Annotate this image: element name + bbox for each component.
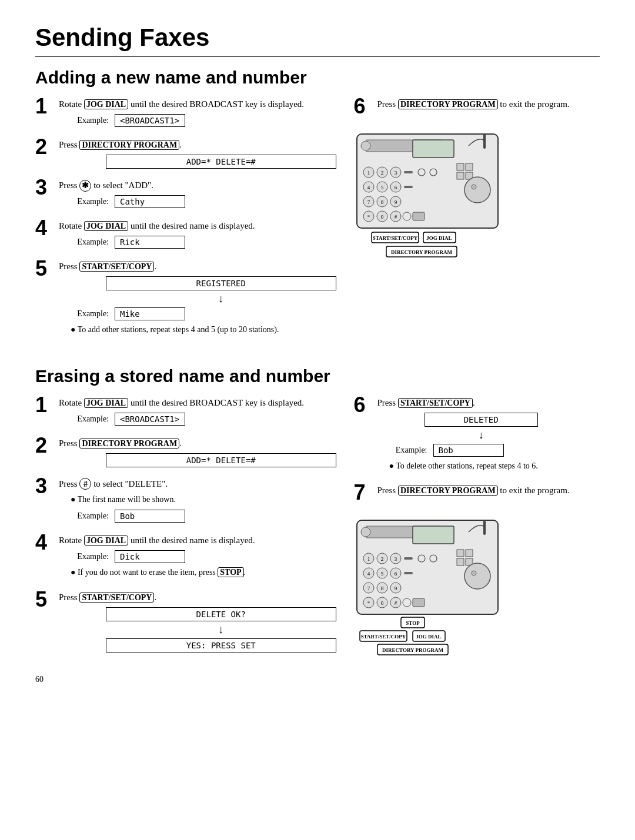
erase-start-set-6: START/SET/COPY <box>398 398 473 408</box>
erase-step-6-display: DELETED <box>425 413 538 427</box>
step-6-text: Press DIRECTORY PROGRAM to exit the prog… <box>377 98 570 111</box>
device-illustration-2: 1 2 3 4 5 6 <box>354 517 507 661</box>
erase-step-6-bullet: ● To delete other stations, repeat steps… <box>389 460 538 472</box>
erase-step-6-content: Press START/SET/COPY. DELETED ↓ Example:… <box>377 397 538 477</box>
erase-step-6: 6 Press START/SET/COPY. DELETED ↓ Exampl… <box>354 397 538 477</box>
erase-step-4-example-label: Example: <box>71 552 109 561</box>
erase-step-4-example-value: Dick <box>115 550 185 563</box>
step-3-content: Press ✱ to select "ADD". Example: Cathy <box>59 179 336 212</box>
erase-step-4-bullet: ● If you do not want to erase the item, … <box>71 567 336 578</box>
svg-text:DIRECTORY PROGRAM: DIRECTORY PROGRAM <box>382 647 443 653</box>
step-2-display: ADD=* DELETE=# <box>106 155 336 169</box>
svg-text:4: 4 <box>367 571 370 577</box>
page-title: Sending Faxes <box>35 24 600 52</box>
device-svg-2: 1 2 3 4 5 6 <box>354 517 501 658</box>
svg-text:7: 7 <box>367 199 370 205</box>
svg-rect-4 <box>483 134 486 149</box>
erase-step-number-7: 7 <box>354 482 377 503</box>
erase-step-3-example: Example: Bob <box>71 510 336 523</box>
svg-point-26 <box>472 185 476 189</box>
step-2-text: Press DIRECTORY PROGRAM. <box>59 139 336 151</box>
svg-text:8: 8 <box>380 585 383 591</box>
erase-dir-prog-2: DIRECTORY PROGRAM <box>79 439 179 449</box>
step-4-example-value: Rick <box>115 236 185 249</box>
step-1: 1 Rotate JOG DIAL until the desired BROA… <box>35 98 336 130</box>
step-number-3: 3 <box>35 177 59 198</box>
svg-rect-14 <box>457 163 464 170</box>
svg-rect-87 <box>413 598 425 607</box>
erase-step-2-content: Press DIRECTORY PROGRAM. ADD=* DELETE=# <box>59 437 336 470</box>
svg-point-72 <box>464 563 490 589</box>
section2-title: Erasing a stored name and number <box>35 366 600 386</box>
erase-step-5-arrow: ↓ <box>106 624 336 636</box>
svg-text:DIRECTORY PROGRAM: DIRECTORY PROGRAM <box>391 249 452 255</box>
svg-rect-24 <box>404 186 413 188</box>
erase-step-number-1: 1 <box>35 394 59 416</box>
hash-key: # <box>79 478 91 490</box>
svg-rect-3 <box>413 140 454 158</box>
erase-step-6-text: Press START/SET/COPY. <box>377 397 538 409</box>
svg-rect-16 <box>457 172 464 179</box>
device-svg-1: 1 2 3 4 5 6 <box>354 131 501 260</box>
step-5-bullet: ● To add other stations, repeat steps 4 … <box>71 324 336 336</box>
erase-step-3-content: Press # to select "DELETE". ● The first … <box>59 478 336 527</box>
jog-dial-key-1: JOG DIAL <box>84 99 128 109</box>
step-4-example: Example: Rick <box>71 236 336 249</box>
erase-step-6-example: Example: Bob <box>389 444 538 457</box>
erase-start-set-5: START/SET/COPY <box>79 593 154 603</box>
erase-step-4-content: Rotate JOG DIAL until the desired name i… <box>59 534 336 583</box>
step-4-example-label: Example: <box>71 237 109 247</box>
erase-step-6-example-value: Bob <box>433 444 504 457</box>
section2-content: 1 Rotate JOG DIAL until the desired BROA… <box>35 397 600 663</box>
svg-point-49 <box>361 527 370 537</box>
erase-step-2: 2 Press DIRECTORY PROGRAM. ADD=* DELETE=… <box>35 437 336 470</box>
dir-prog-key-2: DIRECTORY PROGRAM <box>79 140 179 150</box>
erase-step-7-text: Press DIRECTORY PROGRAM to exit the prog… <box>377 484 570 497</box>
svg-text:6: 6 <box>394 571 397 577</box>
svg-text:5: 5 <box>380 185 383 190</box>
step-6-content: Press DIRECTORY PROGRAM to exit the prog… <box>377 98 570 114</box>
step-2-content: Press DIRECTORY PROGRAM. ADD=* DELETE=# <box>59 139 336 171</box>
erase-step-6-arrow: ↓ <box>425 429 538 441</box>
step-1-text: Rotate JOG DIAL until the desired BROADC… <box>59 98 336 111</box>
step-1-content: Rotate JOG DIAL until the desired BROADC… <box>59 98 336 130</box>
svg-rect-58 <box>404 557 413 560</box>
svg-rect-51 <box>483 520 486 535</box>
step-number-5: 5 <box>35 258 59 279</box>
erase-jog-dial-4: JOG DIAL <box>84 536 128 546</box>
section1-right: 6 Press DIRECTORY PROGRAM to exit the pr… <box>354 98 600 349</box>
step-number-2: 2 <box>35 136 59 158</box>
erase-step-5-content: Press START/SET/COPY. DELETE OK? ↓ YES: … <box>59 591 336 655</box>
step-1-example-value: <BROADCAST1> <box>115 114 185 127</box>
svg-point-73 <box>472 571 476 575</box>
svg-text:6: 6 <box>394 185 397 190</box>
step-5-example-label: Example: <box>71 309 109 319</box>
erase-step-number-5: 5 <box>35 589 59 610</box>
svg-rect-15 <box>466 163 473 170</box>
svg-text:STOP: STOP <box>406 620 420 626</box>
erase-step-7-content: Press DIRECTORY PROGRAM to exit the prog… <box>377 484 570 500</box>
svg-text:5: 5 <box>380 571 383 577</box>
step-5-arrow: ↓ <box>106 293 336 305</box>
erase-step-3: 3 Press # to select "DELETE". ● The firs… <box>35 478 336 527</box>
erase-step-1-text: Rotate JOG DIAL until the desired BROADC… <box>59 397 336 409</box>
section2-left: 1 Rotate JOG DIAL until the desired BROA… <box>35 397 336 663</box>
stop-key-inline: STOP <box>218 567 243 577</box>
step-5-example-value: Mike <box>115 307 185 320</box>
erase-step-3-example-label: Example: <box>71 511 109 521</box>
svg-text:JOG DIAL: JOG DIAL <box>426 235 452 241</box>
erase-step-5: 5 Press START/SET/COPY. DELETE OK? ↓ YES… <box>35 591 336 655</box>
step-5-example: Example: Mike <box>71 307 336 320</box>
svg-rect-40 <box>413 212 425 220</box>
step-6: 6 Press DIRECTORY PROGRAM to exit the pr… <box>354 98 570 117</box>
step-3-text: Press ✱ to select "ADD". <box>59 179 336 192</box>
step-3-example-label: Example: <box>71 197 109 206</box>
svg-text:3: 3 <box>394 170 397 176</box>
step-5-content: Press START/SET/COPY. REGISTERED ↓ Examp… <box>59 260 336 340</box>
erase-step-1-content: Rotate JOG DIAL until the desired BROADC… <box>59 397 336 429</box>
erase-step-3-example-value: Bob <box>115 510 185 523</box>
step-1-example: Example: <BROADCAST1> <box>71 114 336 127</box>
svg-rect-63 <box>457 558 464 565</box>
svg-text:START/SET/COPY: START/SET/COPY <box>372 235 417 241</box>
erase-step-4: 4 Rotate JOG DIAL until the desired name… <box>35 534 336 583</box>
